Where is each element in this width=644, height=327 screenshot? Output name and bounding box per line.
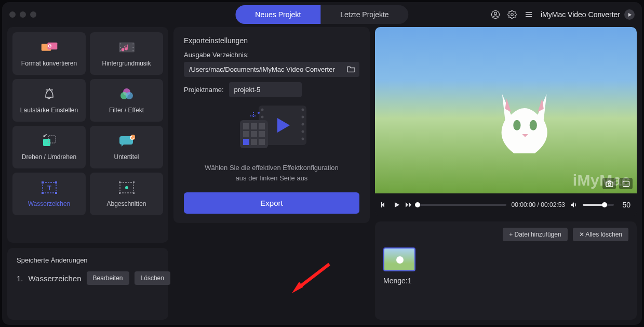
- svg-rect-52: [251, 131, 257, 137]
- menu-icon[interactable]: [524, 10, 533, 19]
- minimize-dot[interactable]: [20, 11, 26, 18]
- tool-background-music[interactable]: Hintergrundmusik: [90, 32, 163, 75]
- svg-rect-56: [243, 139, 249, 145]
- subtitle-icon: [118, 134, 136, 148]
- filter-effect-icon: [118, 87, 136, 101]
- tool-subtitle[interactable]: Untertitel: [90, 126, 163, 168]
- svg-point-46: [302, 138, 304, 140]
- add-file-button[interactable]: + Datei hinzufügen: [503, 228, 567, 241]
- delete-change-button[interactable]: Löschen: [135, 271, 170, 285]
- svg-point-1: [494, 12, 497, 15]
- svg-rect-50: [259, 123, 265, 129]
- svg-point-12: [119, 50, 120, 51]
- export-hint: Wählen Sie die effektiven Effektkonfigur…: [205, 163, 339, 183]
- svg-rect-31: [119, 181, 120, 183]
- tool-panel: Format konvertieren Hintergrundmusik Lau…: [7, 27, 168, 243]
- volume-slider[interactable]: [583, 204, 614, 206]
- queue-count: Menge:1: [383, 277, 628, 285]
- tool-watermark[interactable]: T Wasserzeichen: [12, 173, 86, 215]
- prev-button[interactable]: [381, 202, 388, 208]
- svg-point-11: [119, 47, 120, 48]
- svg-rect-63: [623, 181, 629, 186]
- format-convert-icon: [41, 40, 58, 55]
- app-logo-icon: [624, 9, 635, 20]
- svg-rect-26: [55, 181, 57, 184]
- seek-bar[interactable]: [418, 204, 506, 206]
- output-dir-field[interactable]: /Users/mac/Documents/iMyMac Video Conver…: [184, 62, 359, 77]
- svg-point-62: [608, 183, 611, 186]
- watermark-icon: T: [41, 180, 58, 195]
- export-button[interactable]: Export: [184, 192, 359, 214]
- volume-value: 50: [619, 201, 630, 209]
- svg-rect-64: [381, 202, 382, 207]
- player-controls: 00:00:00 / 00:02:53 50: [375, 193, 637, 216]
- svg-point-13: [132, 43, 133, 44]
- tool-filter-effect[interactable]: Filter / Effekt: [90, 79, 163, 122]
- svg-rect-55: [259, 139, 265, 145]
- svg-point-20: [126, 92, 133, 99]
- svg-point-42: [302, 109, 304, 111]
- tool-format-convert[interactable]: Format konvertieren: [12, 32, 86, 75]
- svg-rect-34: [133, 192, 135, 194]
- svg-point-43: [302, 116, 304, 119]
- crop-icon: [118, 180, 136, 195]
- export-settings-panel: Exporteinstellungen Ausgabe Verzeichnis:…: [173, 27, 370, 223]
- tool-crop[interactable]: Abgeschnitten: [90, 173, 163, 215]
- svg-rect-21: [43, 139, 50, 146]
- svg-rect-33: [119, 192, 120, 194]
- svg-rect-53: [259, 131, 265, 137]
- svg-rect-27: [42, 192, 44, 194]
- svg-point-45: [302, 130, 304, 133]
- svg-point-60: [529, 120, 536, 130]
- project-name-input[interactable]: [229, 82, 302, 97]
- change-row: 1. Wasserzeichen Bearbeiten Löschen: [17, 271, 159, 285]
- svg-rect-28: [55, 192, 57, 194]
- next-button[interactable]: [405, 202, 412, 208]
- account-icon[interactable]: [491, 10, 500, 19]
- project-name-label: Projektname:: [184, 86, 224, 94]
- svg-rect-54: [251, 139, 257, 145]
- tool-rotate-flip[interactable]: Drehen / Umdrehen: [12, 126, 86, 168]
- export-illustration: [233, 101, 311, 153]
- top-tabs: Neues Projekt Letzte Projekte: [235, 5, 408, 24]
- tool-volume[interactable]: Lautstärke Einstellen: [12, 79, 86, 122]
- svg-point-15: [132, 50, 133, 51]
- svg-rect-32: [133, 181, 135, 183]
- output-dir-label: Ausgabe Verzeichnis:: [184, 51, 359, 59]
- svg-point-57: [258, 112, 260, 114]
- clear-all-button[interactable]: ✕ Alles löschen: [573, 228, 628, 241]
- volume-icon: [41, 87, 58, 101]
- svg-rect-49: [251, 123, 257, 129]
- queue-panel: + Datei hinzufügen ✕ Alles löschen Menge…: [375, 221, 637, 320]
- tab-recent-projects[interactable]: Letzte Projekte: [320, 5, 408, 24]
- rotate-flip-icon: [41, 134, 58, 148]
- preview-content-icon: [480, 74, 569, 174]
- maximize-dot[interactable]: [30, 11, 36, 18]
- video-preview[interactable]: iMyMac: [375, 27, 637, 193]
- saved-changes-title: Speicherte Änderungen: [17, 256, 159, 264]
- svg-point-59: [513, 120, 520, 130]
- volume-icon[interactable]: [570, 201, 578, 208]
- svg-point-17: [51, 91, 52, 93]
- svg-rect-48: [243, 123, 249, 129]
- queue-thumbnail[interactable]: [383, 247, 415, 271]
- close-dot[interactable]: [9, 11, 16, 18]
- browse-folder-icon[interactable]: [347, 65, 355, 74]
- svg-point-35: [125, 186, 128, 189]
- annotation-arrow: [288, 261, 334, 297]
- settings-icon[interactable]: [507, 10, 517, 19]
- svg-point-44: [302, 123, 304, 126]
- svg-text:T: T: [47, 184, 51, 192]
- svg-point-37: [261, 109, 264, 111]
- play-button[interactable]: [394, 202, 400, 208]
- svg-point-2: [511, 14, 514, 16]
- saved-changes-panel: Speicherte Änderungen 1. Wasserzeichen B…: [7, 248, 168, 320]
- tab-new-project[interactable]: Neues Projekt: [235, 5, 320, 24]
- svg-point-14: [132, 47, 133, 48]
- edit-change-button[interactable]: Bearbeiten: [87, 271, 129, 285]
- snapshot-button[interactable]: [602, 178, 616, 189]
- svg-point-10: [119, 43, 120, 44]
- fullscreen-button[interactable]: [619, 178, 633, 189]
- svg-point-16: [46, 91, 47, 93]
- svg-line-58: [298, 264, 329, 288]
